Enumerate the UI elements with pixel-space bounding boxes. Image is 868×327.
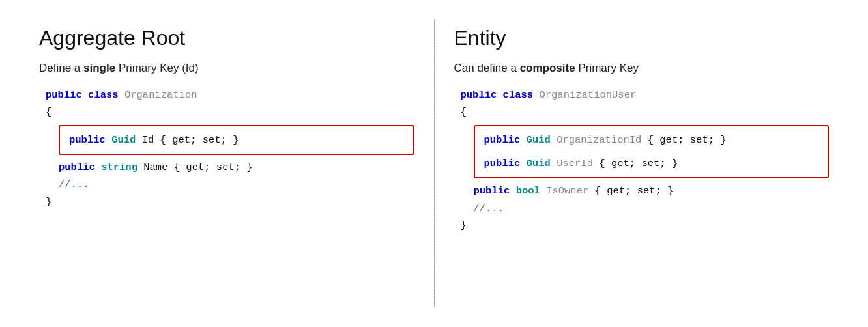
isowner-property-line: public bool IsOwner { get; set; } <box>454 182 830 199</box>
comment-text-right: //... <box>474 200 504 217</box>
kw-public-name: public <box>59 159 95 176</box>
kw-string-name: string <box>101 159 137 176</box>
close-brace-left: } <box>46 193 51 210</box>
right-desc-prefix: Can define a <box>454 62 520 74</box>
prop-isowner-rest: { get; set; } <box>595 182 674 199</box>
kw-public: public class <box>46 87 119 104</box>
open-brace: { <box>46 104 51 121</box>
prop-orgid: OrganizationId <box>557 132 641 149</box>
right-class-declaration-line: public class OrganizationUser <box>454 87 830 104</box>
id-property-line: public Guid Id { get; set; } <box>69 132 404 149</box>
comment-right: //... <box>454 200 830 217</box>
class-name-left: Organization <box>124 87 197 104</box>
left-panel-description: Define a single Primary Key (Id) <box>39 62 414 75</box>
kw-public-id: public <box>69 132 106 149</box>
user-id-property-line: public Guid UserId { get; set; } <box>484 155 819 172</box>
desc-suffix: Primary Key (Id) <box>115 62 199 74</box>
highlighted-composite-key: public Guid OrganizationId { get; set; }… <box>474 125 830 179</box>
left-panel: Aggregate Root Define a single Primary K… <box>26 20 427 307</box>
comment-left: //... <box>39 176 414 193</box>
right-panel-description: Can define a composite Primary Key <box>454 62 830 75</box>
spacer <box>484 149 819 155</box>
kw-guid-orgid: Guid <box>527 132 551 149</box>
prop-name: Name { get; set; } <box>143 159 252 176</box>
close-brace-line-right: } <box>454 217 830 234</box>
kw-public-orgid: public <box>484 132 521 149</box>
kw-bool-isowner: bool <box>516 182 540 199</box>
prop-id: Id { get; set; } <box>142 132 239 149</box>
right-desc-bold: composite <box>520 62 575 74</box>
desc-prefix: Define a <box>39 62 83 74</box>
desc-bold: single <box>83 62 115 74</box>
right-open-brace: { <box>461 104 467 121</box>
class-declaration-line: public class Organization <box>39 87 414 104</box>
right-kw-public: public class <box>461 87 534 104</box>
open-brace-line: { <box>39 104 414 121</box>
right-code-block: public class OrganizationUser { public G… <box>454 87 830 234</box>
close-brace-right: } <box>461 217 467 234</box>
highlighted-single-key: public Guid Id { get; set; } <box>59 125 414 155</box>
right-panel: Entity Can define a composite Primary Ke… <box>441 20 843 307</box>
left-panel-title: Aggregate Root <box>39 26 414 50</box>
kw-public-isowner: public <box>474 182 510 199</box>
prop-isowner: IsOwner <box>546 182 588 199</box>
right-open-brace-line: { <box>454 104 830 121</box>
right-desc-suffix: Primary Key <box>575 62 639 74</box>
right-panel-title: Entity <box>454 26 830 50</box>
left-code-block: public class Organization { public Guid … <box>39 87 414 210</box>
prop-userid-rest: { get; set; } <box>599 155 678 172</box>
prop-userid: UserId <box>557 155 593 172</box>
panel-divider <box>434 20 435 307</box>
kw-guid-id: Guid <box>111 132 136 149</box>
prop-orgid-rest: { get; set; } <box>648 132 727 149</box>
right-class-name: OrganizationUser <box>539 87 636 104</box>
org-id-property-line: public Guid OrganizationId { get; set; } <box>484 132 819 149</box>
name-property-line: public string Name { get; set; } <box>39 159 414 176</box>
comment-text-left: //... <box>59 176 89 193</box>
kw-guid-userid: Guid <box>527 155 551 172</box>
close-brace-line-left: } <box>39 193 414 210</box>
kw-public-userid: public <box>484 155 521 172</box>
